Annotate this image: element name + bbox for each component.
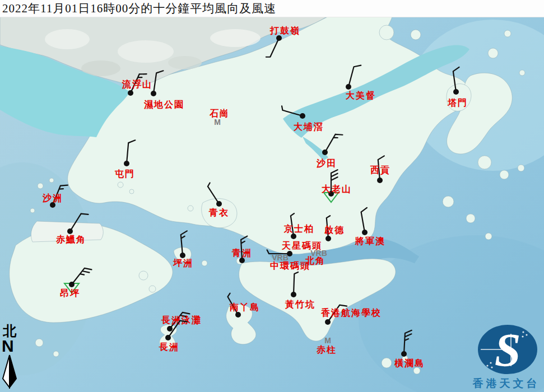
station-label: 啟德 (324, 225, 345, 235)
station-label: 青洲 (231, 248, 252, 258)
hong-kong-map: 打鼓嶺流浮山濕地公園石崗M大美督大埔滘塔門沙田西貢大老山屯門沙洲赤鱲角青衣坪洲青… (0, 0, 544, 392)
station-label: 打鼓嶺 (269, 26, 300, 35)
station-label: 京士柏 (283, 223, 314, 234)
station-label: 坪洲 (173, 258, 193, 268)
station-dot (326, 236, 331, 241)
station-label: 中環碼頭 (270, 261, 310, 271)
station-dot (50, 202, 55, 208)
compass-north: 北 N (0, 324, 25, 392)
station-dot (325, 319, 331, 325)
station-label: 香港航海學校 (320, 307, 382, 318)
station-label: 屯門 (114, 169, 135, 179)
station-label: 長洲 (159, 342, 179, 352)
station-dot (128, 90, 133, 96)
station-label: 赤鱲角 (55, 235, 86, 244)
station-dot (216, 201, 222, 207)
station-label: 黃竹坑 (285, 300, 315, 309)
missing-label: M (324, 336, 331, 345)
hko-logo-icon: S (468, 324, 544, 375)
station-label: 濕地公園 (143, 100, 184, 110)
station-label: 大埔滘 (294, 122, 324, 132)
missing-label: M (214, 118, 221, 127)
station-dot (167, 326, 173, 332)
station-dot (346, 84, 351, 90)
compass-north-letter: N (0, 338, 25, 354)
station-label: 將軍澳 (355, 236, 385, 246)
station-dot (124, 161, 129, 166)
station-label: 南丫島 (229, 302, 260, 312)
station-label: 昂坪 (60, 288, 80, 298)
station-label: 沙田 (316, 158, 337, 168)
station-dot (67, 228, 73, 234)
vrb-label: VRB (310, 249, 327, 258)
station-dot (276, 35, 282, 41)
station-dot (235, 312, 241, 318)
station-label: 青衣 (208, 208, 229, 217)
north-arrow-icon (0, 354, 25, 389)
station-dot (453, 89, 459, 95)
station-dot (69, 282, 75, 287)
station-label: 流浮山 (122, 79, 152, 89)
station-dot (300, 113, 305, 119)
station-label: 西貢 (370, 165, 390, 175)
station-dot (291, 234, 296, 239)
station-dot (362, 230, 368, 235)
station-dot (180, 253, 185, 258)
map-title: 2022年11月01日16時00分的十分鐘平均風向及風速 (0, 0, 544, 17)
vrb-label: VRB (272, 253, 289, 262)
title-bar: 2022年11月01日16時00分的十分鐘平均風向及風速 (0, 0, 544, 17)
station-label: 赤柱 (316, 345, 337, 354)
weather-map-screen: 2022年11月01日16時00分的十分鐘平均風向及風速 (0, 0, 544, 392)
hko-name-chinese: 香港天文台 (468, 376, 544, 391)
station-dot (165, 335, 171, 340)
station-label: 石崗 (209, 109, 230, 118)
station-label: 橫瀾島 (394, 358, 425, 368)
hko-logo: S 香港天文台 HONG KONG OBSERVATORY (468, 324, 544, 392)
station-label: 大美督 (346, 90, 376, 100)
station-dot (401, 351, 407, 357)
station-dot (377, 178, 383, 183)
station-label: 沙洲 (42, 193, 63, 203)
svg-text:S: S (495, 324, 521, 375)
station-dot (291, 292, 296, 297)
station-dot (151, 91, 156, 96)
station-label: 大老山 (322, 184, 352, 194)
station-label: 塔門 (447, 98, 468, 108)
station-dot (322, 150, 328, 155)
station-dot (239, 258, 245, 263)
station-label: 長洲泳灘 (161, 315, 202, 325)
